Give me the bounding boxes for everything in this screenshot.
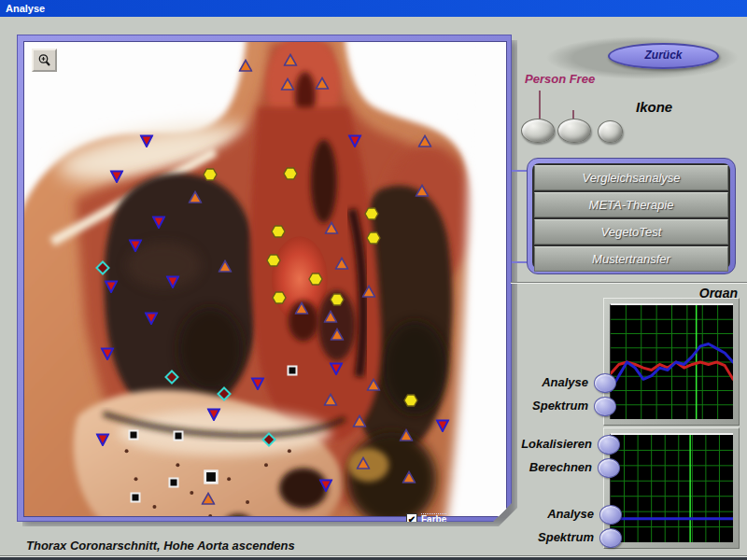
- marker-triangle-down[interactable]: [165, 275, 179, 288]
- marker-hexagon[interactable]: [271, 225, 286, 239]
- marker-triangle-down[interactable]: [348, 134, 362, 147]
- marker-triangle-up[interactable]: [280, 77, 294, 91]
- vergleichsanalyse-button[interactable]: Vergleichsanalyse: [534, 165, 728, 190]
- marker-triangle-down[interactable]: [330, 362, 344, 375]
- marker-triangle-down[interactable]: [207, 408, 221, 421]
- marker-triangle-down[interactable]: [140, 134, 154, 147]
- marker-square[interactable]: [128, 428, 140, 441]
- analyse-bottom-button[interactable]: [599, 505, 622, 525]
- berechnen-button[interactable]: [598, 458, 620, 478]
- marker-triangle-down[interactable]: [129, 239, 143, 252]
- marker-triangle-down[interactable]: [144, 312, 158, 325]
- analysis-menu-inner: Vergleichsanalyse META-Therapie VegetoTe…: [532, 163, 730, 269]
- extra-round-button[interactable]: [598, 120, 623, 143]
- marker-triangle-up[interactable]: [367, 378, 381, 391]
- marker-triangle-up[interactable]: [334, 257, 348, 270]
- spektrum-top-button[interactable]: [594, 397, 616, 416]
- mustertransfer-button[interactable]: Mustertransfer: [534, 246, 728, 272]
- vegetotest-button[interactable]: VegetoTest: [534, 219, 728, 245]
- marker-triangle-up[interactable]: [353, 414, 367, 427]
- marker-triangle-down[interactable]: [105, 280, 119, 293]
- marker-triangle-down[interactable]: [95, 433, 109, 446]
- marker-triangle-up[interactable]: [325, 221, 339, 234]
- spektrum-scope-panel: [603, 427, 740, 549]
- marker-diamond[interactable]: [217, 386, 232, 401]
- panel-divider: [511, 282, 747, 284]
- marker-triangle-up[interactable]: [331, 328, 345, 341]
- ikone-label: Ikone: [636, 99, 672, 115]
- marker-triangle-up[interactable]: [402, 470, 416, 483]
- marker-hexagon[interactable]: [364, 207, 379, 221]
- marker-triangle-up[interactable]: [323, 393, 337, 406]
- analyse-top-label: Analyse: [495, 375, 588, 389]
- marker-diamond[interactable]: [261, 432, 276, 447]
- organ-scope-plot: [610, 303, 733, 419]
- magnifier-plus-icon: [37, 53, 52, 68]
- lokalisieren-label: Lokalisieren: [487, 437, 592, 451]
- marker-hexagon[interactable]: [330, 292, 345, 306]
- zoom-in-button[interactable]: [32, 49, 57, 72]
- marker-hexagon[interactable]: [283, 166, 298, 180]
- berechnen-label: Berechnen: [487, 460, 592, 474]
- marker-triangle-up[interactable]: [316, 77, 330, 90]
- anatomy-image-area[interactable]: [23, 41, 507, 517]
- analyse-window: Analyse: [0, 0, 747, 560]
- marker-hexagon[interactable]: [366, 231, 381, 245]
- marker-triangle-up[interactable]: [294, 301, 308, 315]
- marker-square[interactable]: [203, 469, 219, 485]
- marker-triangle-up[interactable]: [415, 184, 429, 197]
- window-titlebar[interactable]: Analyse: [0, 0, 747, 17]
- marker-triangle-down[interactable]: [110, 170, 124, 183]
- marker-triangle-up[interactable]: [323, 310, 337, 323]
- marker-hexagon[interactable]: [308, 273, 323, 287]
- marker-triangle-down[interactable]: [251, 377, 265, 390]
- marker-diamond[interactable]: [164, 370, 179, 385]
- analyse-top-button[interactable]: [594, 373, 616, 393]
- back-button[interactable]: Zurück: [608, 43, 719, 69]
- organ-scope-panel: [603, 298, 740, 426]
- marker-hexagon[interactable]: [266, 254, 281, 268]
- analyse-bottom-label: Analyse: [499, 507, 594, 521]
- marker-square[interactable]: [172, 429, 184, 441]
- meta-therapie-button[interactable]: META-Therapie: [534, 192, 728, 217]
- marker-triangle-up[interactable]: [239, 59, 253, 72]
- marker-triangle-up[interactable]: [283, 53, 297, 66]
- marker-square[interactable]: [286, 365, 298, 377]
- analysis-menu-panel: Vergleichsanalyse META-Therapie VegetoTe…: [527, 158, 736, 274]
- status-bar-text: Thorax Coronarschnitt, Hohe Aorta ascend…: [26, 539, 295, 553]
- marker-triangle-down[interactable]: [436, 419, 450, 432]
- marker-triangle-down[interactable]: [318, 479, 332, 492]
- connector-line: [539, 91, 541, 119]
- marker-hexagon[interactable]: [203, 167, 218, 181]
- marker-triangle-up[interactable]: [357, 456, 371, 469]
- anatomy-viewer-frame: ✔ Farbe: [17, 35, 512, 522]
- marker-square[interactable]: [167, 477, 179, 489]
- marker-layer: [24, 42, 506, 516]
- marker-triangle-up[interactable]: [417, 134, 431, 147]
- marker-hexagon[interactable]: [403, 394, 418, 408]
- spektrum-bottom-button[interactable]: [599, 528, 622, 548]
- scope-svg: [611, 435, 733, 542]
- marker-square[interactable]: [130, 492, 142, 504]
- marker-triangle-up[interactable]: [361, 285, 375, 298]
- marker-diamond[interactable]: [95, 260, 110, 275]
- person-free-button[interactable]: [521, 119, 555, 143]
- spektrum-scope-plot: [610, 433, 733, 542]
- lokalisieren-button[interactable]: [598, 435, 620, 455]
- marker-triangle-up[interactable]: [218, 259, 233, 273]
- window-title: Analyse: [6, 3, 45, 14]
- person-free-label: Person Free: [525, 72, 595, 86]
- marker-triangle-down[interactable]: [101, 347, 115, 360]
- scope-svg: [611, 305, 733, 419]
- ikone-button[interactable]: [557, 119, 591, 143]
- marker-triangle-up[interactable]: [399, 428, 413, 441]
- marker-triangle-up[interactable]: [188, 190, 202, 203]
- spektrum-top-label: Spektrum: [495, 399, 588, 413]
- spektrum-bottom-label: Spektrum: [499, 530, 594, 544]
- marker-hexagon[interactable]: [272, 290, 287, 304]
- marker-triangle-down[interactable]: [151, 216, 165, 229]
- marker-triangle-up[interactable]: [201, 492, 215, 505]
